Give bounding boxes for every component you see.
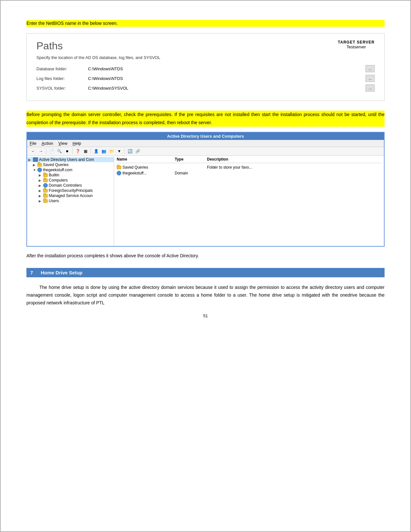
toolbar-sep2 (72, 148, 73, 154)
tree-label-builtin: Builtin (49, 173, 59, 177)
tree-item-savedqueries[interactable]: ▶ Saved Queries (27, 162, 114, 167)
tree-item-computers[interactable]: ▶ Computers (27, 178, 114, 183)
tree-label-savedqueries: Saved Queries (43, 163, 68, 167)
target-server-block: TARGET SERVER Testserver (338, 40, 375, 49)
tree-arrow-builtin: ▶ (39, 173, 43, 177)
target-server-value: Testserver (338, 44, 375, 49)
tree-item-root[interactable]: ▶ Active Directory Users and Com (27, 157, 114, 162)
tree-arrow-computers: ▶ (39, 179, 43, 182)
menu-view[interactable]: View (58, 141, 67, 146)
toolbar-search-btn[interactable]: 🔍 (56, 148, 63, 154)
paths-row-database: Database folder: C:\Windows\NTDS ... (36, 65, 375, 72)
paths-row-logfiles: Log files folder: C:\Windows\NTDS ... (36, 75, 375, 82)
intro-text: Enter the NetBIOS name in the below scre… (26, 20, 385, 27)
paths-btn-database[interactable]: ... (366, 65, 375, 72)
toolbar-user-btn[interactable]: 👤 (93, 148, 100, 154)
domain-icon-dc (43, 183, 48, 188)
ad-right-row-domain[interactable]: thegeekstuff... Domain (117, 170, 381, 176)
paths-btn-logfiles[interactable]: ... (366, 75, 375, 82)
paths-row-sysvol: SYSVOL folder: C:\Windows\SYSVOL ... (36, 84, 375, 92)
col-header-type: Type (175, 157, 207, 162)
toolbar-back-btn[interactable]: ← (30, 148, 37, 154)
right-row-domain-type: Domain (175, 171, 207, 175)
toolbar-forward-btn[interactable]: → (37, 148, 44, 154)
right-row-domain-name: thegeekstuff... (117, 171, 175, 175)
warning-para: Before prompting the domain server contr… (26, 111, 385, 127)
ad-right-row-savedqueries[interactable]: Saved Queries Folder to store your favo.… (117, 164, 381, 170)
toolbar-sep1 (46, 148, 46, 154)
tree-item-domaincontrollers[interactable]: ▶ Domain Controllers (27, 183, 114, 188)
tree-arrow-savedqueries: ▶ (33, 163, 37, 167)
tree-label-domain: thegeekstuff.com (43, 168, 72, 172)
paths-label-logfiles: Log files folder: (36, 76, 88, 81)
right-domain-icon (117, 171, 121, 175)
toolbar-up-btn[interactable]: 📄 (48, 148, 55, 154)
tree-item-users[interactable]: ▶ Users (27, 198, 114, 203)
paths-value-logfiles: C:\Windows\NTDS (88, 76, 362, 81)
target-server-label: TARGET SERVER (338, 40, 375, 44)
folder-icon-builtin (43, 173, 48, 177)
ad-menubar: File Action View Help (27, 140, 384, 147)
folder-icon-computers (43, 179, 48, 182)
toolbar-grid-btn[interactable]: ▦ (82, 148, 89, 154)
folder-icon-managedservice (43, 194, 48, 198)
menu-file[interactable]: File (30, 141, 36, 146)
root-icon (33, 157, 38, 162)
paths-btn-sysvol[interactable]: ... (366, 84, 375, 92)
after-text: After the installation process completes… (26, 253, 385, 258)
tree-arrow-domaincontrollers: ▶ (39, 184, 43, 187)
paths-header: Paths TARGET SERVER Testserver (36, 40, 375, 52)
tree-item-foreignsecurity[interactable]: ▶ ForeignSecurityPrincipals (27, 188, 114, 193)
folder-icon-savedqueries (37, 163, 42, 167)
menu-action[interactable]: Action (42, 141, 53, 146)
col-header-name: Name (117, 157, 175, 162)
ad-tree: ▶ Active Directory Users and Com ▶ Saved… (27, 156, 114, 246)
tree-item-domain[interactable]: ▼ thegeekstuff.com (27, 167, 114, 172)
paths-label-database: Database folder: (36, 66, 88, 71)
ad-right-header: Name Type Description (117, 157, 381, 163)
tree-arrow-users: ▶ (39, 199, 43, 203)
paths-value-sysvol: C:\Windows\SYSVOL (88, 86, 362, 91)
tree-arrow-root: ▶ (28, 158, 33, 162)
toolbar-folder-btn[interactable]: 📁 (108, 148, 115, 154)
body-para: The home drive setup is done by using th… (26, 284, 385, 307)
right-folder-icon-savedqueries (117, 166, 121, 169)
section-header: 7 Home Drive Setup (26, 268, 385, 277)
right-row-savedqueries-desc: Folder to store your favo... (207, 165, 381, 170)
tree-label-domaincontrollers: Domain Controllers (49, 183, 82, 188)
page-number: 51 (26, 313, 385, 318)
ad-window: Active Directory Users and Computers Fil… (26, 132, 385, 247)
toolbar-group-btn[interactable]: 👥 (100, 148, 107, 154)
tree-item-builtin[interactable]: ▶ Builtin (27, 172, 114, 178)
tree-arrow-domain: ▼ (33, 168, 37, 172)
toolbar-filter-btn[interactable]: ▼ (116, 148, 123, 154)
toolbar-refresh-btn[interactable]: 🔄 (126, 148, 133, 154)
tree-label-users: Users (49, 199, 59, 203)
toolbar-sep3 (91, 148, 91, 154)
col-header-desc: Description (207, 157, 381, 162)
toolbar-extra-btn[interactable]: 🔗 (134, 148, 141, 154)
tree-label-foreignsecurity: ForeignSecurityPrincipals (49, 188, 93, 193)
paths-subtitle: Specify the location of the AD DS databa… (36, 55, 375, 60)
right-row-savedqueries-name: Saved Queries (117, 165, 175, 170)
paths-panel: Paths TARGET SERVER Testserver Specify t… (26, 33, 385, 101)
tree-label-managedservice: Managed Service Accoun (49, 193, 93, 198)
section-title: Home Drive Setup (41, 270, 83, 275)
ad-toolbar: ← → 📄 🔍 ■ ❓ ▦ 👤 👥 📁 ▼ 🔄 🔗 (27, 147, 384, 156)
ad-right-panel: Name Type Description Saved Queries Fold… (114, 156, 384, 246)
paths-title: Paths (36, 40, 63, 52)
menu-help[interactable]: Help (73, 141, 81, 146)
folder-icon-foreignsecurity (43, 189, 48, 192)
tree-label-computers: Computers (49, 178, 68, 182)
ad-title-bar: Active Directory Users and Computers (27, 133, 384, 140)
toolbar-question-btn[interactable]: ❓ (74, 148, 81, 154)
tree-arrow-managedservice: ▶ (39, 194, 43, 198)
tree-item-managedservice[interactable]: ▶ Managed Service Accoun (27, 193, 114, 198)
tree-label-root: Active Directory Users and Com (39, 157, 94, 162)
toolbar-list-btn[interactable]: ■ (64, 148, 71, 154)
domain-icon (37, 168, 42, 172)
section-number: 7 (30, 270, 33, 275)
ad-content: ▶ Active Directory Users and Com ▶ Saved… (27, 156, 384, 246)
paths-label-sysvol: SYSVOL folder: (36, 86, 88, 91)
toolbar-sep4 (124, 148, 125, 154)
